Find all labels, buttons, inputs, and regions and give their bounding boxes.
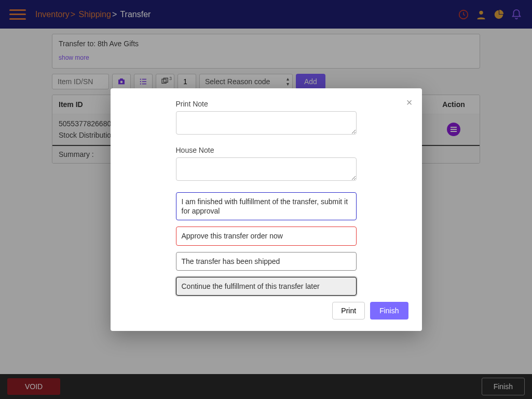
modal-print-button[interactable]: Print [332, 302, 365, 320]
house-note-label: House Note [176, 146, 357, 154]
option-continue-later[interactable]: Continue the fulfillment of this transfe… [176, 277, 357, 296]
option-approve-now[interactable]: Approve this transfer order now [176, 227, 357, 245]
modal-finish-button[interactable]: Finish [370, 302, 408, 320]
house-note-input[interactable] [176, 157, 357, 181]
modal-overlay[interactable]: × Print Note House Note I am finished wi… [0, 0, 532, 399]
option-submit-approval[interactable]: I am finished with fulfillment of the tr… [176, 192, 357, 220]
option-shipped[interactable]: The transfer has been shipped [176, 252, 357, 271]
print-note-label: Print Note [176, 100, 357, 108]
close-icon[interactable]: × [406, 97, 413, 109]
finish-modal: × Print Note House Note I am finished wi… [111, 88, 422, 331]
print-note-input[interactable] [176, 111, 357, 135]
